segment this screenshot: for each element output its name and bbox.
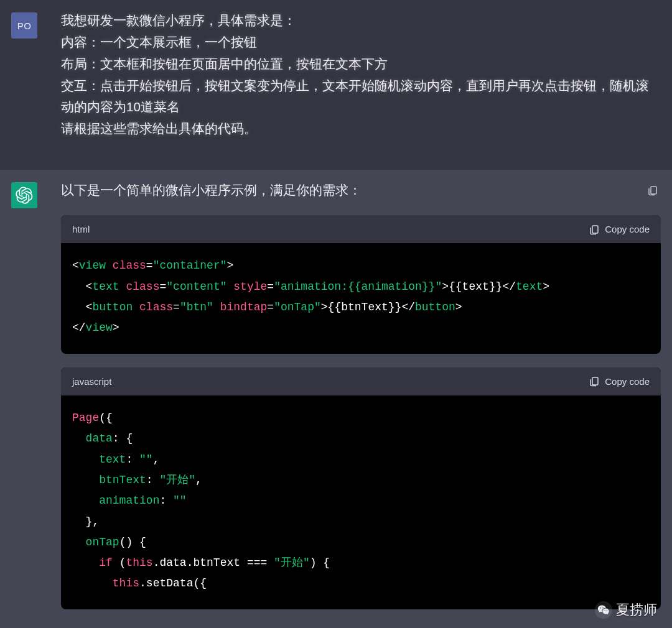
code-body: <view class="container"> <text class="co… [61, 243, 661, 353]
code-header: javascript Copy code [61, 367, 661, 396]
openai-logo-icon [16, 187, 33, 204]
clipboard-icon [647, 185, 658, 196]
clipboard-icon [589, 376, 600, 387]
message-assistant-content: 以下是一个简单的微信小程序示例，满足你的需求： html Copy code <… [61, 180, 661, 609]
code-block-javascript: javascript Copy code Page({ data: { text… [61, 367, 661, 609]
svg-rect-1 [592, 226, 598, 233]
svg-rect-0 [651, 187, 656, 194]
code-block-html: html Copy code <view class="container"> … [61, 215, 661, 354]
code-lang-label: html [72, 221, 90, 238]
avatar-assistant [11, 182, 37, 208]
watermark-text: 夏捞师 [616, 601, 657, 619]
svg-rect-2 [592, 377, 598, 385]
copy-message-button[interactable] [647, 181, 658, 203]
copy-code-label: Copy code [605, 374, 650, 390]
user-message-text: 我想研发一款微信小程序，具体需求是： 内容：一个文本展示框，一个按钮 布局：文本… [61, 10, 661, 140]
avatar-user: PO [11, 12, 37, 39]
chat-thread: PO 我想研发一款微信小程序，具体需求是： 内容：一个文本展示框，一个按钮 布局… [0, 0, 672, 628]
watermark: 夏捞师 [595, 601, 657, 619]
message-user-content: 我想研发一款微信小程序，具体需求是： 内容：一个文本展示框，一个按钮 布局：文本… [61, 10, 661, 140]
copy-code-button[interactable]: Copy code [589, 221, 650, 238]
code-header: html Copy code [61, 215, 661, 244]
code-body: Page({ data: { text: "", btnText: "开始", … [61, 395, 661, 609]
clipboard-icon [589, 224, 600, 235]
code-lang-label: javascript [72, 374, 111, 390]
copy-code-button[interactable]: Copy code [589, 374, 650, 390]
wechat-icon [595, 601, 612, 619]
message-assistant: 以下是一个简单的微信小程序示例，满足你的需求： html Copy code <… [0, 170, 672, 628]
avatar-user-label: PO [17, 21, 32, 31]
copy-code-label: Copy code [605, 221, 650, 238]
message-user: PO 我想研发一款微信小程序，具体需求是： 内容：一个文本展示框，一个按钮 布局… [0, 0, 672, 170]
assistant-intro-text: 以下是一个简单的微信小程序示例，满足你的需求： [61, 180, 661, 201]
